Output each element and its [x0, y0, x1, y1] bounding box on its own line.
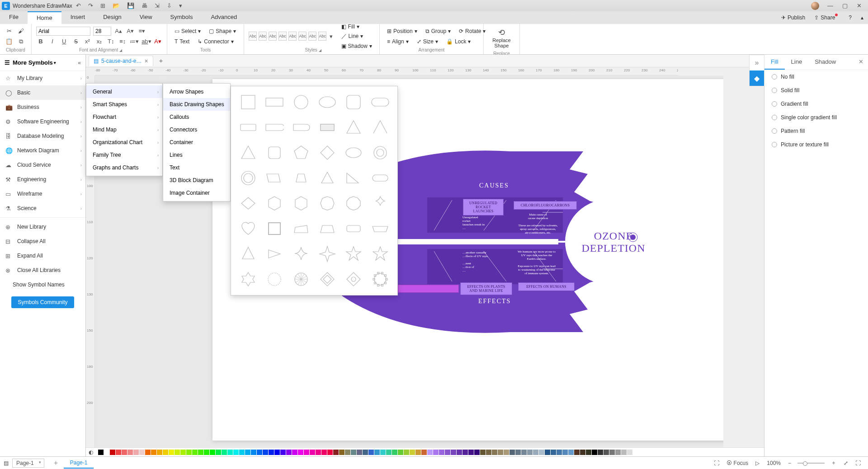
lock-button[interactable]: 🔒 Lock▾ [443, 38, 473, 46]
color-swatch[interactable] [374, 450, 380, 455]
shape-thumb-10[interactable] [343, 118, 364, 137]
color-swatch[interactable] [274, 450, 280, 455]
cut-icon[interactable]: ✂ [5, 28, 14, 34]
library-category-wireframe[interactable]: ▭Wireframe› [0, 187, 85, 201]
help-icon[interactable]: ? [844, 11, 856, 24]
shape-thumb-28[interactable] [343, 194, 364, 213]
submenu-lines[interactable]: Lines [163, 149, 230, 161]
submenu-callouts[interactable]: Callouts [163, 111, 230, 123]
style-thumb[interactable]: Abc [278, 32, 287, 41]
strike-icon[interactable]: S̶ [71, 38, 80, 45]
color-swatch[interactable] [286, 450, 292, 455]
submenu-image-container[interactable]: Image Container [163, 187, 230, 199]
line-style[interactable]: ／ Line ▾ [339, 32, 375, 41]
color-swatch[interactable] [363, 450, 368, 455]
shape-thumb-27[interactable] [316, 194, 338, 213]
shape-thumb-6[interactable] [237, 118, 259, 137]
tab-symbols[interactable]: Symbols [161, 11, 202, 24]
shape-thumb-38[interactable] [290, 244, 312, 263]
open-icon[interactable]: 📂 [109, 2, 123, 9]
zoom-value[interactable]: 100% [763, 460, 784, 466]
color-swatch[interactable] [592, 450, 597, 455]
submenu-basic-drawing-shapes[interactable]: Basic Drawing Shapes [163, 98, 230, 111]
color-swatch[interactable] [104, 450, 109, 455]
color-swatch[interactable] [269, 450, 274, 455]
tab-advanced[interactable]: Advanced [202, 11, 246, 24]
submenu-mind-map[interactable]: Mind Map› [86, 123, 162, 136]
fill-option-no-fill[interactable]: No fill [764, 70, 868, 84]
library-category-business[interactable]: 💼Business› [0, 100, 85, 114]
shape-thumb-1[interactable] [264, 93, 285, 112]
color-swatch[interactable] [175, 450, 180, 455]
color-swatch[interactable] [110, 450, 115, 455]
shape-thumb-22[interactable] [343, 169, 364, 188]
color-swatch[interactable] [586, 450, 591, 455]
position-button[interactable]: ⊞ Position▾ [384, 27, 420, 35]
shape-thumb-43[interactable] [264, 270, 285, 289]
color-swatch[interactable] [151, 450, 156, 455]
shape-thumb-9[interactable] [316, 118, 338, 137]
align-para-icon[interactable]: ≡▾ [137, 28, 146, 34]
fill-tab[interactable]: Fill [764, 55, 785, 70]
more-qat-icon[interactable]: ▾ [175, 2, 186, 9]
shape-thumb-35[interactable] [369, 219, 391, 238]
minimize-icon[interactable]: — [823, 2, 838, 9]
shape-thumb-40[interactable] [343, 244, 364, 263]
submenu-smart-shapes[interactable]: Smart Shapes› [86, 98, 162, 111]
shape-thumb-39[interactable] [316, 244, 338, 263]
color-swatch[interactable] [392, 450, 397, 455]
color-swatch[interactable] [580, 450, 585, 455]
fullscreen-icon[interactable]: ⛶ [852, 460, 864, 466]
shape-thumb-16[interactable] [343, 143, 364, 162]
color-swatch[interactable] [169, 450, 174, 455]
color-swatch[interactable] [139, 450, 145, 455]
tab-design[interactable]: Design [94, 11, 130, 24]
eyedropper-icon[interactable]: ◐ [89, 449, 96, 455]
fill-panel-icon[interactable]: ◆ [750, 70, 764, 86]
submenu-text[interactable]: Text [163, 161, 230, 174]
close-tab-icon[interactable]: ✕ [144, 58, 148, 64]
color-swatch[interactable] [421, 450, 427, 455]
submenu-family-tree[interactable]: Family Tree› [86, 149, 162, 161]
focus-button[interactable]: ⦿ Focus [723, 460, 752, 466]
color-swatch[interactable] [604, 450, 609, 455]
group-button[interactable]: ⧉ Group▾ [423, 27, 453, 35]
shape-thumb-0[interactable] [237, 93, 259, 112]
submenu-general[interactable]: General› [86, 85, 162, 98]
page-tab[interactable]: Page-1 [64, 458, 94, 469]
effect-box-humans[interactable]: EFFECTS ON HUMANS [518, 282, 575, 291]
color-swatch[interactable] [427, 450, 433, 455]
import-icon[interactable]: ⇩ [163, 2, 175, 9]
color-swatch[interactable] [216, 450, 221, 455]
fill-option-solid-fill[interactable]: Solid fill [764, 84, 868, 97]
decrease-font-icon[interactable]: A▾ [126, 28, 135, 34]
color-swatch[interactable] [345, 450, 350, 455]
color-swatch[interactable] [227, 450, 233, 455]
style-thumb[interactable]: Abc [259, 32, 267, 41]
size-button[interactable]: ⤢ Size▾ [414, 38, 441, 46]
color-swatch[interactable] [116, 450, 121, 455]
color-swatch[interactable] [239, 450, 245, 455]
shape-thumb-29[interactable] [369, 194, 391, 213]
shape-thumb-41[interactable] [369, 244, 391, 263]
color-swatch[interactable] [222, 450, 227, 455]
add-page-icon[interactable]: ＋ [48, 459, 64, 467]
color-swatch[interactable] [615, 450, 621, 455]
library-category-basic[interactable]: ◯Basic› [0, 85, 85, 100]
color-swatch[interactable] [180, 450, 186, 455]
color-swatch[interactable] [333, 450, 339, 455]
color-swatch[interactable] [263, 450, 268, 455]
color-swatch[interactable] [127, 450, 133, 455]
bold-icon[interactable]: B [36, 38, 45, 45]
color-swatch[interactable] [404, 450, 409, 455]
color-swatch[interactable] [557, 450, 562, 455]
color-swatch[interactable] [633, 450, 638, 455]
shape-thumb-47[interactable] [369, 270, 391, 289]
fill-option-single-color-gradient-fill[interactable]: Single color gradient fill [764, 111, 868, 124]
style-thumb[interactable]: Abc [298, 32, 307, 41]
submenu-connectors[interactable]: Connectors [163, 123, 230, 136]
style-thumb[interactable]: Abc [308, 32, 316, 41]
color-swatch[interactable] [509, 450, 515, 455]
color-swatch[interactable] [351, 450, 356, 455]
font-name-input[interactable] [36, 27, 90, 36]
